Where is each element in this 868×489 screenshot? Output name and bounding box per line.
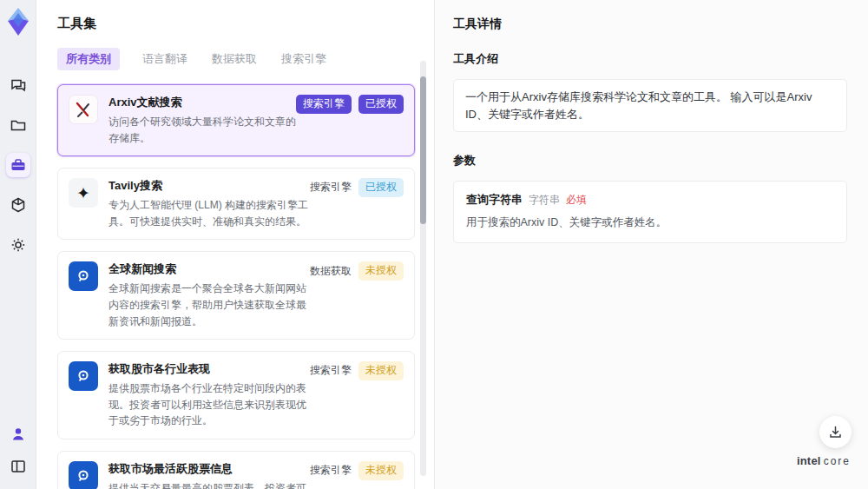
toolset-panel: 工具集 所有类别 语言翻译 数据获取 搜索引擎 Arxiv文献搜索 访问各个研究… [36, 0, 434, 489]
chat-icon[interactable] [6, 73, 30, 97]
scrollbar-thumb[interactable] [420, 76, 426, 224]
intel-core-logo: intel core [797, 454, 851, 467]
param-description: 用于搜索的Arxiv ID、关键字或作者姓名。 [466, 215, 834, 230]
tab-language-translation[interactable]: 语言翻译 [141, 48, 189, 70]
brand-intel-text: intel [797, 454, 821, 467]
scrollbar-track[interactable] [420, 61, 426, 476]
stock-sector-icon [69, 361, 98, 391]
tool-meta: 搜索引擎 未授权 [310, 461, 404, 480]
auth-status-badge: 未授权 [358, 261, 404, 281]
auth-status-badge: 已授权 [358, 95, 404, 114]
tool-body: Tavily搜索 专为人工智能代理 (LLM) 构建的搜索引擎工具。可快速提供实… [108, 178, 310, 229]
tool-description: 提供股票市场各个行业在特定时间段内的表现。投资者可以利用这些信息来识别表现优于或… [108, 380, 310, 429]
auth-status-badge: 已授权 [358, 178, 404, 197]
tool-name: Tavily搜索 [108, 178, 310, 194]
category-badge: 搜索引擎 [296, 95, 352, 114]
param-name: 查询字符串 [466, 192, 523, 208]
tool-body: 获取股市各行业表现 提供股票市场各个行业在特定时间段内的表现。投资者可以利用这些… [108, 361, 310, 429]
tool-card-tavily[interactable]: ✦ Tavily搜索 专为人工智能代理 (LLM) 构建的搜索引擎工具。可快速提… [57, 168, 415, 240]
tool-body: 获取市场最活跃股票信息 提供当天交易量最高的股票列表，投资者可以利用这些信息来识… [108, 461, 310, 489]
rail-bottom [6, 422, 30, 479]
intro-text: 一个用于从Arxiv存储库搜索科学论文和文章的工具。 输入可以是Arxiv ID… [453, 79, 847, 132]
category-label: 搜索引擎 [310, 363, 352, 378]
tool-name: 全球新闻搜索 [108, 261, 310, 277]
tool-description: 专为人工智能代理 (LLM) 构建的搜索引擎工具。可快速提供实时、准确和真实的结… [108, 197, 310, 229]
cube-icon[interactable] [6, 193, 30, 217]
tool-description: 提供当天交易量最高的股票列表，投资者可以利用这些信息来识别流动性强的股票和潜在的… [108, 480, 310, 489]
tab-search-engine[interactable]: 搜索引擎 [279, 48, 328, 70]
app-logo-icon[interactable] [5, 7, 31, 36]
tool-card-stock-sectors[interactable]: 获取股市各行业表现 提供股票市场各个行业在特定时间段内的表现。投资者可以利用这些… [57, 351, 415, 439]
tool-meta: 搜索引擎 未授权 [310, 361, 404, 380]
arxiv-icon [69, 95, 98, 124]
user-icon[interactable] [6, 422, 30, 446]
tool-card-arxiv[interactable]: Arxiv文献搜索 访问各个研究领域大量科学论文和文章的存储库。 搜索引擎 已授… [57, 84, 415, 156]
params-heading: 参数 [453, 153, 847, 169]
tool-name: Arxiv文献搜索 [108, 95, 296, 110]
param-required-badge: 必填 [566, 193, 587, 208]
tool-body: Arxiv文献搜索 访问各个研究领域大量科学论文和文章的存储库。 [108, 95, 296, 146]
tool-meta: 搜索引擎 已授权 [310, 178, 404, 197]
category-label: 搜索引擎 [310, 180, 352, 195]
gear-icon[interactable] [6, 233, 30, 257]
stock-active-icon [69, 461, 98, 489]
toolbox-icon[interactable] [6, 153, 30, 177]
brand-core-text: core [824, 455, 851, 467]
news-search-icon [69, 261, 98, 291]
auth-status-badge: 未授权 [358, 361, 404, 380]
page-title: 工具集 [57, 16, 434, 32]
tool-card-global-news[interactable]: 全球新闻搜索 全球新闻搜索是一个聚合全球各大新闻网站内容的搜索引擎，帮助用户快速… [57, 251, 415, 340]
param-type: 字符串 [529, 193, 560, 208]
detail-title: 工具详情 [453, 17, 847, 32]
tool-body: 全球新闻搜索 全球新闻搜索是一个聚合全球各大新闻网站内容的搜索引擎，帮助用户快速… [108, 261, 310, 329]
tool-name: 获取市场最活跃股票信息 [108, 461, 310, 477]
tool-list: Arxiv文献搜索 访问各个研究领域大量科学论文和文章的存储库。 搜索引擎 已授… [57, 84, 415, 489]
category-label: 搜索引擎 [310, 463, 352, 478]
app-window: 工具集 所有类别 语言翻译 数据获取 搜索引擎 Arxiv文献搜索 访问各个研究… [0, 0, 868, 489]
tab-data-fetch[interactable]: 数据获取 [210, 48, 259, 70]
panel-toggle-icon[interactable] [6, 454, 30, 479]
param-head: 查询字符串 字符串 必填 [466, 192, 834, 208]
tab-all-categories[interactable]: 所有类别 [57, 48, 120, 70]
param-card: 查询字符串 字符串 必填 用于搜索的Arxiv ID、关键字或作者姓名。 [453, 181, 847, 243]
tool-description: 全球新闻搜索是一个聚合全球各大新闻网站内容的搜索引擎，帮助用户快速获取全球最新资… [108, 281, 310, 329]
tool-name: 获取股市各行业表现 [108, 361, 310, 377]
rail-nav [6, 73, 30, 257]
folder-icon[interactable] [6, 113, 30, 137]
category-tabs: 所有类别 语言翻译 数据获取 搜索引擎 [57, 48, 434, 70]
tool-card-active-stocks[interactable]: 获取市场最活跃股票信息 提供当天交易量最高的股票列表，投资者可以利用这些信息来识… [57, 451, 415, 489]
tool-description: 访问各个研究领域大量科学论文和文章的存储库。 [108, 114, 296, 146]
tool-meta: 数据获取 未授权 [310, 261, 404, 281]
tool-meta: 搜索引擎 已授权 [296, 95, 404, 114]
intro-heading: 工具介绍 [453, 51, 847, 67]
tool-detail-panel: 工具详情 工具介绍 一个用于从Arxiv存储库搜索科学论文和文章的工具。 输入可… [434, 0, 868, 489]
download-icon [828, 425, 843, 439]
auth-status-badge: 未授权 [358, 461, 404, 480]
tavily-star-icon: ✦ [69, 178, 98, 208]
download-button[interactable] [819, 416, 852, 448]
icon-rail [0, 0, 36, 489]
category-label: 数据获取 [310, 264, 352, 279]
